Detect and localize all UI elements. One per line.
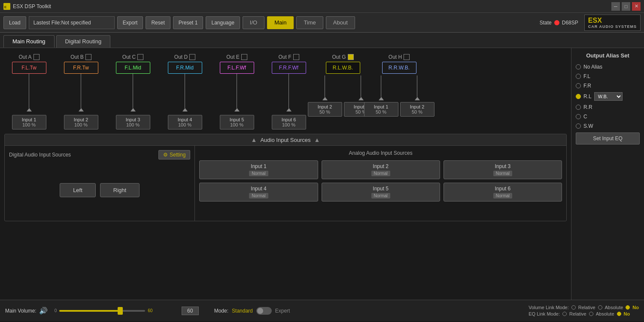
preset-button[interactable]: Preset 1 [173,16,204,29]
alias-rr: R.R [576,104,640,110]
out-F-checkbox[interactable] [293,54,299,60]
about-tab-button[interactable]: About [326,16,355,29]
analog-input-3[interactable]: Input 3 Normal [444,160,562,179]
out-E-box[interactable]: F.L.F.Wf [220,62,254,74]
input-E[interactable]: Input 5100 % [220,115,254,129]
input-H2[interactable]: Input 250 % [400,102,434,117]
alias-rl-dropdown[interactable]: W.B. Normal [594,92,623,101]
eq-link-no-radio[interactable] [617,312,621,316]
volume-link-absolute-radio[interactable] [598,305,602,310]
input-H1[interactable]: Input 150 % [364,102,398,117]
arrow-G1 [322,97,328,100]
close-button[interactable]: ✕ [632,2,641,11]
io-tab-button[interactable]: I/O [243,16,264,29]
analog-input-4[interactable]: Input 4 Normal [199,183,318,202]
volume-slider[interactable] [59,310,145,312]
out-A-box[interactable]: F.L.Tw [12,62,46,74]
out-E-checkbox[interactable] [241,54,247,60]
volume-link-row: Volume Link Mode: Relative Absolute No [529,305,639,310]
volume-link-label: Volume Link Mode: [529,305,569,310]
eq-link-relative-radio[interactable] [562,312,567,316]
toolbar: Load Lastest File:Not specified Export R… [0,13,644,33]
out-H-box[interactable]: R.R.W.B. [382,62,416,74]
mode-toggle[interactable] [256,307,272,315]
set-input-eq-button[interactable]: Set Input EQ [576,132,640,144]
input-B[interactable]: Input 2100 % [64,115,98,129]
volume-icon: 🔊 [39,307,48,315]
volume-link-no-radio[interactable] [626,305,630,310]
route-col-F: Out F F.R.F.Wf Input 6100 % [264,54,313,129]
load-button[interactable]: Load [3,16,26,29]
device-label: D68SP [562,20,578,26]
analog-input-6[interactable]: Input 6 Normal [444,183,562,202]
minimize-button[interactable]: ─ [611,2,620,11]
right-button[interactable]: Right [100,183,140,197]
left-button[interactable]: Left [60,183,96,197]
out-C-box[interactable]: F.L.Mid [116,62,150,74]
arrow-H2 [415,97,420,100]
language-button[interactable]: Language [206,16,240,29]
digital-header: Digital Audio Input Sources ⚙ Setting [9,150,190,159]
alias-radio-c[interactable] [576,114,581,119]
out-F-box[interactable]: F.R.F.Wf [272,62,306,74]
analog-input-1[interactable]: Input 1 Normal [199,160,318,179]
maximize-button[interactable]: □ [622,2,630,11]
setting-button[interactable]: ⚙ Setting [158,150,190,159]
out-B-checkbox[interactable] [85,54,91,60]
main-area: Out A F.L.Tw Input 1100 % Out B F.R. [0,48,644,300]
routing-area: Out A F.L.Tw Input 1100 % Out B F.R. [0,48,571,300]
out-A-checkbox[interactable] [33,54,39,60]
audio-sources-label: Audio Input Sources [260,137,310,143]
out-H-checkbox[interactable] [404,54,410,60]
state-indicator [554,20,559,25]
reset-button[interactable]: Reset [146,16,170,29]
tab-digital-routing[interactable]: Digital Routing [56,35,111,48]
output-alias-panel: Output Alias Set No Alias F.L F.R R.L W.… [571,48,644,300]
alias-radio-no-alias[interactable] [576,64,581,69]
alias-sw: S.W [576,123,640,129]
time-tab-button[interactable]: Time [296,16,323,29]
input-C[interactable]: Input 3100 % [116,115,150,129]
analog-input-5[interactable]: Input 5 Normal [322,183,440,202]
input-A[interactable]: Input 1100 % [12,115,46,129]
export-button[interactable]: Export [117,16,143,29]
analog-grid: Input 1 Normal Input 2 Normal Input 3 No… [199,160,562,202]
alias-radio-fl[interactable] [576,74,581,79]
input-D[interactable]: Input 4100 % [168,115,202,129]
main-tab-button[interactable]: Main [267,16,294,29]
input-G1[interactable]: Input 250 % [308,102,342,117]
routing-section: Out A F.L.Tw Input 1100 % Out B F.R. [4,52,567,295]
out-C-checkbox[interactable] [137,54,143,60]
alias-radio-rl[interactable] [576,94,581,99]
volume-link-no-label: No [632,305,639,310]
out-D-checkbox[interactable] [189,54,195,60]
mode-standard-label: Standard [232,308,253,314]
volume-link-relative-radio[interactable] [571,305,576,310]
route-col-H: Out H R.R.W.B. Input 150 % [372,54,426,129]
audio-sources-header: ▲ Audio Input Sources ▲ [5,134,566,146]
out-G-box[interactable]: R.L.W.B. [326,62,360,74]
file-label: Lastest File:Not specified [29,16,115,29]
volume-link-absolute-label: Absolute [605,305,623,310]
analog-input-2[interactable]: Input 2 Normal [322,160,440,179]
eq-link-no-label: No [624,311,630,316]
out-B-box[interactable]: F.R.Tw [64,62,98,74]
alias-radio-fr[interactable] [576,83,581,88]
state-section: State D68SP [540,20,578,26]
eq-link-absolute-radio[interactable] [589,312,593,316]
input-F[interactable]: Input 6100 % [272,115,306,129]
bottom-bar: Main Volume: 🔊 0 60 60 Mode: Standard Ex… [0,300,644,321]
eq-link-absolute-label: Absolute [596,311,614,316]
analog-header: Analog Audio Input Sources [199,150,562,156]
svg-text:E: E [4,5,6,9]
out-G-checkbox[interactable] [348,54,354,60]
alias-fl: F.L [576,73,640,79]
alias-radio-rr[interactable] [576,105,581,110]
alias-radio-sw[interactable] [576,123,581,129]
out-D-box[interactable]: F.R.Mid [168,62,202,74]
tab-main-routing[interactable]: Main Routing [3,35,55,48]
volume-thumb[interactable] [118,307,123,315]
route-col-B: Out B F.R.Tw Input 2100 % [56,54,106,129]
route-col-C: Out C F.L.Mid Input 3100 % [108,54,158,129]
arrow-E [234,108,240,111]
